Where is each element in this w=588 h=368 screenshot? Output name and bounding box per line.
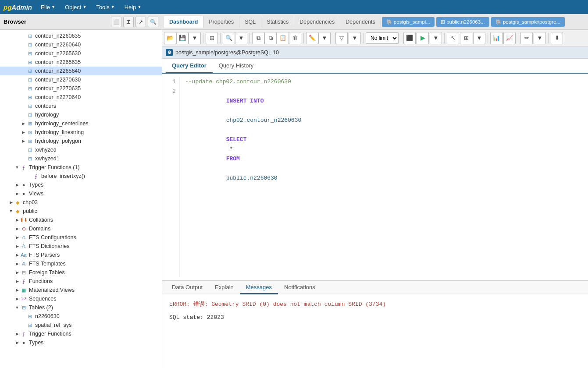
toolbar-btn-save[interactable]: 💾: [176, 32, 189, 44]
tree-item-public[interactable]: ▼ ◆ public: [0, 207, 162, 216]
expander-tables_2[interactable]: ▼: [14, 304, 20, 311]
tree-item-contour_n2270640[interactable]: ⊞ contour_n2270640: [0, 93, 162, 102]
tree-item-trigger_functions2[interactable]: ▶ ⨍ Trigger Functions: [0, 329, 162, 338]
toolbar-btn-delete[interactable]: 🗑: [289, 32, 301, 44]
tab-notifications[interactable]: Notifications: [278, 281, 321, 294]
toolbar-btn-edit[interactable]: ✏️: [306, 32, 318, 44]
tree-item-sequences[interactable]: ▶ 1.3 Sequences: [0, 294, 162, 303]
toolbar-btn-copy[interactable]: ⧉: [252, 32, 264, 44]
toolbar-limit-select[interactable]: No limit 100 1000: [366, 32, 399, 44]
tree-item-hydrology_linestring[interactable]: ▶ ⊠ hydrology_linestring: [0, 128, 162, 137]
toolbar-btn-copy2[interactable]: ⧉: [264, 32, 277, 44]
menu-help[interactable]: Help ▼: [120, 2, 146, 12]
tree-item-fts_parsers[interactable]: ▶ Aa FTS Parsers: [0, 251, 162, 259]
tree-item-xwhyzed1[interactable]: ⊞ xwhyzed1: [0, 154, 162, 163]
expander-functions[interactable]: ▶: [14, 278, 20, 284]
tab-query-history[interactable]: Query History: [213, 59, 260, 74]
menu-tools[interactable]: Tools ▼: [92, 2, 119, 12]
tree-item-types[interactable]: ▶ ● Types: [0, 180, 162, 189]
sidebar-tree[interactable]: ⊞ contour_n2260635 ⊞ contour_n2260640 ⊞ …: [0, 30, 162, 368]
toolbar-btn-format-dropdown[interactable]: ▼: [534, 32, 546, 44]
toolbar-btn-run-dropdown[interactable]: ▼: [430, 32, 442, 44]
toolbar-btn-paste[interactable]: 📋: [277, 32, 289, 44]
expander-hydrology_linestring[interactable]: ▶: [20, 129, 26, 135]
toolbar-btn-search-dropdown[interactable]: ▼: [235, 32, 247, 44]
tree-item-contour_n2270630[interactable]: ⊞ contour_n2270630: [0, 75, 162, 84]
toolbar-btn-filter-dropdown[interactable]: ▼: [349, 32, 361, 44]
sidebar-icon-arrow[interactable]: ↗: [135, 17, 146, 27]
code-lines[interactable]: --update chp02.contour_n2260630 INSERT I…: [180, 77, 588, 277]
tree-item-xwhyzed[interactable]: ⊞ xwhyzed: [0, 145, 162, 154]
sidebar-icon-grid[interactable]: ⊞: [123, 17, 134, 27]
expander-fts_dictionaries[interactable]: ▶: [14, 243, 20, 249]
code-editor[interactable]: 1 2 --update chp02.contour_n2260630 INSE…: [162, 74, 588, 280]
tree-item-contours[interactable]: ⊞ contours: [0, 102, 162, 110]
toolbar-btn-grid2[interactable]: ⊞: [460, 32, 472, 44]
tab-dashboard[interactable]: Dashboard: [164, 16, 203, 28]
expander-types[interactable]: ▶: [14, 182, 20, 188]
tree-item-trigger_functions[interactable]: ▼ ⨍ Trigger Functions (1): [0, 163, 162, 172]
toolbar-btn-explain[interactable]: 📊: [490, 32, 502, 44]
toolbar-btn-explain2[interactable]: 📈: [503, 32, 516, 44]
tree-item-hydrology_polygon[interactable]: ▶ ⊠ hydrology_polygon: [0, 137, 162, 145]
expander-hydrology_centerlines[interactable]: ▶: [20, 120, 26, 127]
toolbar-btn-filter[interactable]: ▽: [335, 32, 348, 44]
tree-item-hydrology_centerlines[interactable]: ▶ ⊠ hydrology_centerlines: [0, 119, 162, 128]
tree-item-types2[interactable]: ▶ ● Types: [0, 338, 162, 347]
tab-postgis-sample2[interactable]: 🐘 postgis_sample/postgre...: [491, 17, 565, 27]
tab-properties[interactable]: Properties: [203, 16, 239, 28]
tab-sql[interactable]: SQL: [239, 16, 261, 28]
tree-item-functions[interactable]: ▶ ⨍ Functions: [0, 277, 162, 286]
expander-views[interactable]: ▶: [14, 191, 20, 197]
tree-item-contour_n2260640[interactable]: ⊞ contour_n2260640: [0, 40, 162, 49]
tab-explain[interactable]: Explain: [209, 281, 240, 294]
tree-item-fts_templates[interactable]: ▶ 𝔸 FTS Templates: [0, 259, 162, 268]
tree-item-views[interactable]: ▶ ● Views: [0, 189, 162, 198]
expander-foreign_tables[interactable]: ▶: [14, 269, 20, 276]
tree-item-contour_n2265635[interactable]: ⊞ contour_n2265635: [0, 58, 162, 67]
tab-public-n226063[interactable]: ⊞ public.n226063...: [436, 17, 489, 27]
tree-item-tables_2[interactable]: ▼ ⊞ Tables (2): [0, 303, 162, 312]
menu-file[interactable]: File ▼: [36, 2, 60, 12]
tree-item-fts_dictionaries[interactable]: ▶ 𝔸 FTS Dictionaries: [0, 242, 162, 251]
toolbar-btn-save-dropdown[interactable]: ▼: [189, 32, 201, 44]
tree-item-materialized_views[interactable]: ▶ ▦ Materialized Views: [0, 286, 162, 294]
tree-item-n2260630[interactable]: ⊞ n2260630: [0, 312, 162, 321]
tree-item-foreign_tables[interactable]: ▶ ⊟ Foreign Tables: [0, 268, 162, 277]
toolbar-btn-download[interactable]: ⬇: [551, 32, 563, 44]
expander-domains[interactable]: ▶: [14, 226, 20, 232]
expander-fts_parsers[interactable]: ▶: [14, 252, 20, 258]
tree-item-hydrology[interactable]: ⊞ hydrology: [0, 110, 162, 119]
tree-item-before_insertxyz[interactable]: ⨍ before_insertxyz(): [0, 172, 162, 180]
sidebar-icon-object[interactable]: ⬜: [111, 17, 121, 27]
expander-hydrology_polygon[interactable]: ▶: [20, 138, 26, 144]
expander-chp03[interactable]: ▶: [8, 199, 14, 205]
expander-public[interactable]: ▼: [8, 208, 14, 214]
tree-item-contour_n2260635[interactable]: ⊞ contour_n2260635: [0, 32, 162, 40]
toolbar-btn-format[interactable]: ✏: [520, 32, 533, 44]
toolbar-btn-grid-dropdown[interactable]: ▼: [473, 32, 485, 44]
expander-trigger_functions2[interactable]: ▶: [14, 331, 20, 337]
tab-statistics[interactable]: Statistics: [261, 16, 294, 28]
expander-fts_templates[interactable]: ▶: [14, 261, 20, 267]
tab-postgis-sample1[interactable]: 🐘 postgis_sampl...: [382, 17, 435, 27]
menu-object[interactable]: Object ▼: [61, 2, 91, 12]
toolbar-btn-search[interactable]: 🔍: [223, 32, 235, 44]
toolbar-btn-stop[interactable]: ⬛: [403, 32, 416, 44]
expander-collations[interactable]: ▶: [14, 217, 20, 223]
tab-messages[interactable]: Messages: [240, 281, 278, 294]
tab-dependents[interactable]: Dependents: [340, 16, 381, 28]
tab-dependencies[interactable]: Dependencies: [294, 16, 340, 28]
tree-item-fts_configurations[interactable]: ▶ 𝔸 FTS Configurations: [0, 233, 162, 242]
tree-item-domains[interactable]: ▶ ⊙ Domains: [0, 224, 162, 233]
expander-sequences[interactable]: ▶: [14, 296, 20, 302]
toolbar-btn-cursor[interactable]: ↖: [447, 32, 459, 44]
toolbar-btn-edit-dropdown[interactable]: ▼: [318, 32, 331, 44]
tree-item-collations[interactable]: ▶ ⬆⬇ Collations: [0, 216, 162, 224]
expander-materialized_views[interactable]: ▶: [14, 287, 20, 293]
toolbar-btn-run[interactable]: ▶: [417, 32, 429, 44]
sidebar-icon-search[interactable]: 🔍: [148, 17, 158, 27]
expander-trigger_functions[interactable]: ▼: [14, 164, 20, 170]
toolbar-btn-table[interactable]: ⊞: [206, 32, 218, 44]
tree-item-chp03[interactable]: ▶ ◆ chp03: [0, 198, 162, 207]
